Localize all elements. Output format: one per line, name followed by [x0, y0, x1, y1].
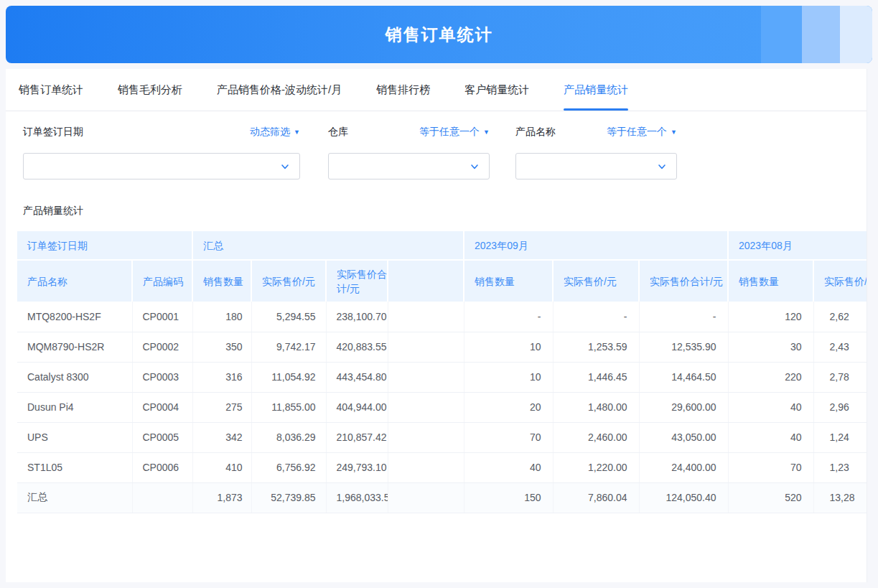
tab-product-sales-statistics[interactable]: 产品销量统计	[564, 69, 628, 111]
cell-product-code: CP0006	[132, 452, 192, 482]
page-banner: 销售订单统计	[6, 6, 872, 63]
cell-product-name: Dusun Pi4	[17, 392, 132, 422]
cell-total-price: 5,294.55	[251, 302, 326, 332]
cell-total-qty: 275	[192, 392, 251, 422]
cell-spacer	[388, 482, 464, 513]
group-2023-08: 2023年08月	[728, 231, 867, 260]
cell-spacer	[388, 302, 464, 332]
cell-aug08-qty: 40	[728, 392, 813, 422]
col-aug08-price: 实际售价/元	[813, 260, 867, 302]
cell-total-qty: 410	[192, 452, 251, 482]
col-product-code: 产品编码	[132, 260, 192, 302]
col-product-name: 产品名称	[17, 260, 132, 302]
cell-aug08-qty: 120	[728, 302, 813, 332]
table-row: Dusun Pi4 CP0004 275 11,855.00 404,944.0…	[17, 392, 867, 422]
table-row: MQM8790-HS2R CP0002 350 9,742.17 420,883…	[17, 332, 867, 362]
cell-sep09-price: 2,460.00	[553, 422, 639, 452]
cell-product-code	[132, 482, 192, 513]
cell-sep09-price-sum: 43,050.00	[639, 422, 728, 452]
tab-customer-sales-statistics[interactable]: 客户销量统计	[464, 69, 529, 111]
filter-warehouse-operator[interactable]: 等于任意一个 ▼	[419, 126, 490, 139]
product-sales-pivot-table: 订单签订日期 汇总 2023年09月 2023年08月 产品名称 产品编码 销售…	[17, 231, 867, 513]
group-order-sign-date: 订单签订日期	[17, 231, 192, 260]
content-card: 销售订单统计 销售毛利分析 产品销售价格-波动统计/月 销售排行榜 客户销量统计…	[6, 69, 867, 582]
section-title: 产品销量统计	[23, 205, 83, 218]
cell-total-price: 9,742.17	[251, 332, 326, 362]
cell-spacer	[388, 332, 464, 362]
col-total-qty: 销售数量	[192, 260, 251, 302]
table-row: ST1L05 CP0006 410 6,756.92 249,793.10 40…	[17, 452, 867, 482]
summary-label: 汇总	[17, 482, 132, 513]
cell-sep09-price-sum: 14,464.50	[639, 362, 728, 392]
table-row: MTQ8200-HS2F CP0001 180 5,294.55 238,100…	[17, 302, 867, 332]
filter-order-sign-date-label: 订单签订日期	[23, 126, 83, 139]
col-sep09-price-sum: 实际售价合计/元	[639, 260, 728, 302]
filter-warehouse-label: 仓库	[328, 126, 348, 139]
column-group-row: 订单签订日期 汇总 2023年09月 2023年08月	[17, 231, 867, 260]
filter-product-name: 产品名称 等于任意一个 ▼	[515, 125, 677, 139]
group-2023-09: 2023年09月	[464, 231, 728, 260]
tab-bar: 销售订单统计 销售毛利分析 产品销售价格-波动统计/月 销售排行榜 客户销量统计…	[6, 69, 867, 111]
cell-sep09-price-sum: 124,050.40	[639, 482, 728, 513]
filter-product-name-operator[interactable]: 等于任意一个 ▼	[607, 126, 677, 139]
cell-aug08-price: 2,96	[813, 392, 867, 422]
col-total-spacer	[388, 260, 464, 302]
filter-warehouse: 仓库 等于任意一个 ▼	[328, 125, 490, 139]
cell-product-code: CP0002	[132, 332, 192, 362]
tab-gross-profit-analysis[interactable]: 销售毛利分析	[118, 69, 182, 111]
cell-product-code: CP0003	[132, 362, 192, 392]
cell-total-price-sum: 238,100.70	[326, 302, 388, 332]
cell-product-name: UPS	[17, 422, 132, 452]
cell-spacer	[388, 392, 464, 422]
cell-total-price-sum: 210,857.42	[326, 422, 388, 452]
col-total-price: 实际售价/元	[251, 260, 326, 302]
summary-row: 汇总 1,873 52,739.85 1,968,033.57 150 7,86…	[17, 482, 867, 513]
cell-product-name: ST1L05	[17, 452, 132, 482]
pivot-table-wrap: 订单签订日期 汇总 2023年09月 2023年08月 产品名称 产品编码 销售…	[17, 231, 867, 513]
cell-aug08-price: 2,43	[813, 332, 867, 362]
filter-order-sign-date: 订单签订日期 动态筛选 ▼	[23, 125, 300, 139]
cell-aug08-qty: 30	[728, 332, 813, 362]
filter-product-name-select[interactable]	[515, 153, 677, 179]
cell-sep09-price: 1,253.59	[553, 332, 639, 362]
cell-aug08-price: 1,24	[813, 422, 867, 452]
cell-aug08-price: 2,62	[813, 302, 867, 332]
cell-total-price: 11,054.92	[251, 362, 326, 392]
cell-total-qty: 342	[192, 422, 251, 452]
cell-product-code: CP0004	[132, 392, 192, 422]
filter-product-name-operator-text: 等于任意一个	[607, 126, 667, 139]
col-aug08-qty: 销售数量	[728, 260, 813, 302]
tab-sales-ranking[interactable]: 销售排行榜	[376, 69, 430, 111]
cell-product-name: MQM8790-HS2R	[17, 332, 132, 362]
filter-order-sign-date-operator-text: 动态筛选	[250, 126, 290, 139]
cell-spacer	[388, 422, 464, 452]
cell-aug08-qty: 40	[728, 422, 813, 452]
cell-sep09-qty: 20	[464, 392, 553, 422]
filter-order-sign-date-operator[interactable]: 动态筛选 ▼	[250, 126, 300, 139]
filter-warehouse-operator-text: 等于任意一个	[419, 126, 480, 139]
cell-sep09-price: 7,860.04	[553, 482, 639, 513]
table-row: UPS CP0005 342 8,036.29 210,857.42 70 2,…	[17, 422, 867, 452]
chevron-down-icon	[280, 162, 290, 172]
cell-total-price: 11,855.00	[251, 392, 326, 422]
cell-total-price: 52,739.85	[251, 482, 326, 513]
filter-order-sign-date-select[interactable]	[23, 153, 300, 179]
tab-sales-order-statistics[interactable]: 销售订单统计	[19, 69, 83, 111]
cell-product-code: CP0005	[132, 422, 192, 452]
cell-sep09-qty: 40	[464, 452, 553, 482]
cell-spacer	[388, 452, 464, 482]
group-total: 汇总	[192, 231, 464, 260]
cell-total-price-sum: 1,968,033.57	[326, 482, 388, 513]
cell-sep09-qty: -	[464, 302, 553, 332]
col-sep09-price: 实际售价/元	[553, 260, 639, 302]
col-sep09-qty: 销售数量	[464, 260, 553, 302]
cell-sep09-price-sum: -	[639, 302, 728, 332]
cell-aug08-qty: 520	[728, 482, 813, 513]
tab-product-price-fluctuation-monthly[interactable]: 产品销售价格-波动统计/月	[217, 69, 342, 111]
filter-warehouse-select[interactable]	[328, 153, 490, 179]
triangle-down-icon: ▼	[294, 129, 300, 136]
table-row: Catalyst 8300 CP0003 316 11,054.92 443,4…	[17, 362, 867, 392]
cell-total-qty: 180	[192, 302, 251, 332]
cell-total-price-sum: 420,883.55	[326, 332, 388, 362]
cell-sep09-price: 1,446.45	[553, 362, 639, 392]
